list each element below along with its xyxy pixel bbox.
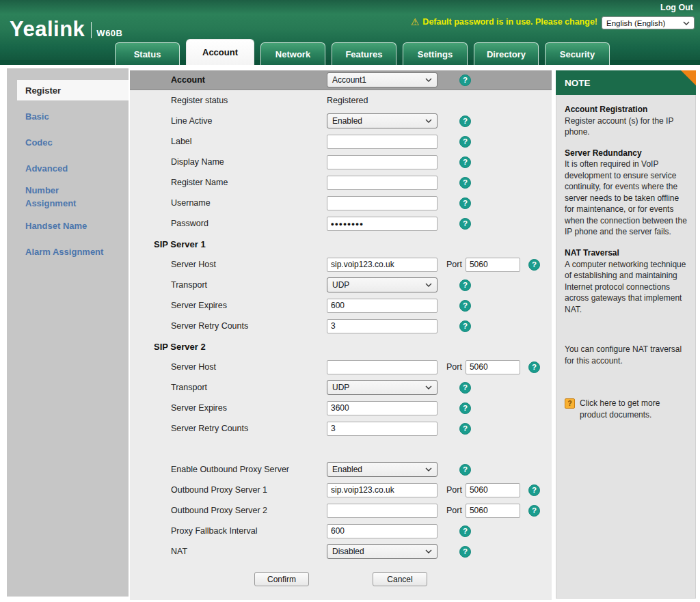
help-icon[interactable]: ? [459, 464, 471, 476]
warning-text: Default password is in use. Please chang… [422, 17, 597, 27]
sidebar-item-alarm-assignment[interactable]: Alarm Assignment [7, 241, 129, 262]
note-header: NOTE [556, 70, 696, 95]
server-retry-1-input[interactable] [327, 319, 438, 333]
field-label: Server Host [130, 260, 327, 269]
help-icon[interactable]: ? [528, 361, 540, 373]
tab-features[interactable]: Features [332, 42, 396, 65]
server-port-1-input[interactable] [466, 258, 520, 272]
field-label: Register Name [130, 178, 327, 187]
server-host-1-input[interactable] [327, 258, 438, 272]
confirm-button[interactable]: Confirm [254, 572, 309, 586]
account-label: Account [130, 75, 327, 85]
select-value: Disabled [332, 547, 364, 556]
chevron-down-icon [425, 385, 432, 389]
row-server-expires-2: Server Expires ? [130, 398, 552, 418]
help-icon[interactable]: ? [528, 259, 540, 271]
sidebar-item-register[interactable]: Register [17, 80, 129, 100]
note-section-text: Register account (s) for the IP phone. [565, 115, 687, 138]
sidebar-item-advanced[interactable]: Advanced [7, 158, 129, 178]
field-label: Server Host [130, 362, 327, 372]
field-label: Server Expires [130, 301, 327, 310]
tab-network[interactable]: Network [260, 42, 325, 65]
select-value: Enabled [332, 116, 362, 126]
port-label: Port [446, 362, 462, 372]
note-section-text: It is often required in VoIP development… [565, 159, 687, 238]
outbound-proxy-2-input[interactable] [327, 504, 438, 518]
help-icon[interactable]: ? [459, 423, 471, 435]
field-label: Label [130, 137, 327, 146]
row-transport-1: Transport UDP ? [130, 275, 552, 295]
tab-account[interactable]: Account [186, 39, 254, 65]
fold-corner-icon [681, 70, 696, 85]
help-icon[interactable]: ? [459, 279, 471, 291]
display-name-input[interactable] [327, 155, 438, 169]
server-port-2-input[interactable] [466, 360, 520, 374]
help-icon[interactable]: ? [459, 177, 471, 189]
tab-status[interactable]: Status [115, 42, 180, 65]
help-icon[interactable]: ? [459, 382, 471, 394]
tab-security[interactable]: Security [545, 42, 610, 65]
tab-settings[interactable]: Settings [403, 42, 468, 65]
server-expires-1-input[interactable] [327, 299, 438, 313]
note-section-title: Account Registration [565, 104, 687, 115]
language-value: English (English) [606, 19, 665, 27]
help-icon[interactable]: ? [459, 300, 471, 312]
row-register-status: Register status Registered [130, 90, 552, 111]
register-name-input[interactable] [327, 176, 438, 190]
tab-directory[interactable]: Directory [474, 42, 539, 65]
select-value: Enabled [332, 465, 362, 474]
server-expires-2-input[interactable] [327, 401, 438, 415]
help-icon[interactable]: ? [459, 320, 471, 332]
nav-tabs: Status Account Network Features Settings… [115, 39, 610, 65]
username-input[interactable] [327, 196, 438, 210]
sidebar-item-codec[interactable]: Codec [7, 132, 129, 152]
help-icon[interactable]: ? [459, 156, 471, 168]
section-sip-server-1: SIP Server 1 [130, 234, 552, 254]
password-input[interactable] [327, 217, 438, 231]
proxy-fallback-input[interactable] [327, 524, 438, 538]
account-header-row: Account Account1 ? [130, 70, 552, 90]
logout-link[interactable]: Log Out [660, 3, 693, 12]
field-label: Line Active [130, 116, 327, 126]
outbound-proxy-enable-select[interactable]: Enabled [327, 462, 438, 477]
outbound-proxy-1-input[interactable] [327, 483, 438, 497]
field-label: Transport [130, 383, 327, 392]
row-server-retry-2: Server Retry Counts ? [130, 418, 552, 439]
product-docs-link[interactable]: ? Click here to get more product documen… [565, 398, 687, 420]
port-label: Port [446, 260, 462, 269]
row-server-expires-1: Server Expires ? [130, 295, 552, 316]
password-warning: ⚠ Default password is in use. Please cha… [411, 17, 597, 27]
server-retry-2-input[interactable] [327, 422, 438, 436]
help-icon[interactable]: ? [528, 505, 540, 517]
help-icon[interactable]: ? [459, 546, 471, 558]
sidebar-item-basic[interactable]: Basic [7, 106, 129, 126]
help-icon[interactable]: ? [528, 484, 540, 496]
row-label: Label ? [130, 131, 552, 152]
account-select[interactable]: Account1 [327, 72, 438, 87]
cancel-button[interactable]: Cancel [373, 572, 427, 586]
chevron-down-icon [425, 119, 432, 123]
row-server-host-1: Server Host Port ? [130, 254, 552, 275]
field-label: Server Expires [130, 403, 327, 413]
transport-2-select[interactable]: UDP [327, 380, 438, 395]
field-label: Server Retry Counts [130, 424, 327, 433]
chevron-down-icon [425, 78, 432, 82]
product-docs-text: Click here to get more product documents… [580, 398, 687, 420]
line-active-select[interactable]: Enabled [327, 113, 438, 128]
help-icon[interactable]: ? [459, 402, 471, 414]
outbound-proxy-2-port-input[interactable] [466, 504, 520, 518]
sidebar-item-number-assignment[interactable]: Number Assignment [7, 184, 129, 210]
help-icon[interactable]: ? [459, 525, 471, 537]
outbound-proxy-1-port-input[interactable] [466, 483, 520, 497]
help-icon[interactable]: ? [459, 74, 471, 86]
sidebar-item-handset-name[interactable]: Handset Name [7, 215, 129, 236]
nat-select[interactable]: Disabled [327, 544, 438, 559]
help-icon[interactable]: ? [459, 136, 471, 148]
help-icon[interactable]: ? [459, 218, 471, 230]
language-select[interactable]: English (English) [602, 16, 695, 29]
help-icon[interactable]: ? [459, 197, 471, 209]
server-host-2-input[interactable] [327, 360, 438, 374]
help-icon[interactable]: ? [459, 115, 471, 127]
label-input[interactable] [327, 135, 438, 149]
transport-1-select[interactable]: UDP [327, 277, 438, 292]
